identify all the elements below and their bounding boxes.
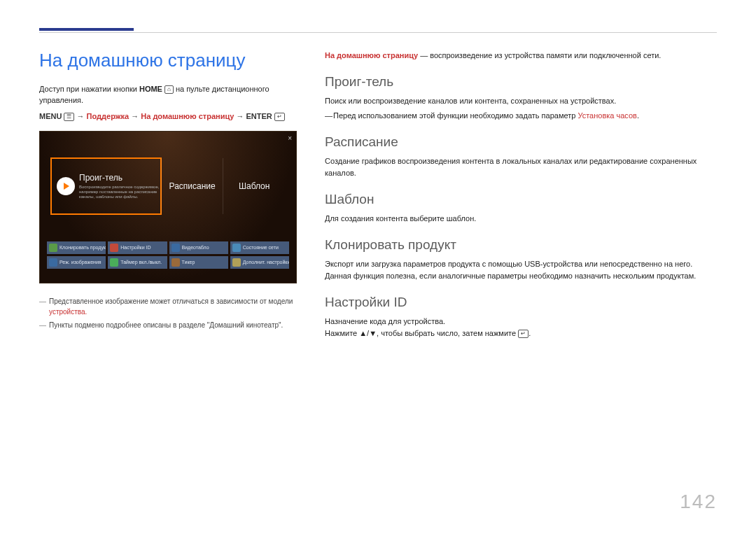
grid-cell: Дополнит. настройки — [230, 256, 289, 269]
access-instruction: Доступ при нажатии кнопки HOME ⌂ на пуль… — [39, 84, 304, 106]
grid-cell: Клонировать продукт — [47, 241, 106, 254]
menu-icon: ☰ — [64, 113, 74, 121]
grid-label: Реж. изображения — [59, 260, 102, 265]
grid-icon — [49, 244, 57, 252]
close-icon: × — [288, 134, 292, 142]
grid-icon — [172, 258, 180, 267]
grid-icon — [172, 244, 180, 252]
section-schedule-title: Расписание — [325, 134, 717, 150]
grid-label: Видеотабло — [182, 245, 209, 250]
tile-template: Шаблон — [223, 158, 285, 214]
grid-icon — [110, 244, 118, 252]
grid-cell: Тикер — [169, 256, 228, 269]
enter-icon: ↵ — [274, 113, 285, 121]
home-icon: ⌂ — [164, 85, 174, 94]
section-idset-body1: Назначение кода для устройства. — [325, 316, 717, 328]
menu-path: MENU ☰ → Поддержка → На домашнюю страниц… — [39, 112, 304, 121]
enter-icon: ↵ — [518, 330, 528, 338]
grid-cell: Настройки ID — [108, 241, 167, 254]
intro-line: На домашнюю страницу — воспроизведение и… — [325, 50, 717, 62]
section-schedule-body: Создание графиков воспроизведения контен… — [325, 155, 717, 179]
footnote-1: Представленное изображение может отличат… — [39, 296, 304, 317]
grid-cell: Состояние сети — [230, 241, 289, 254]
section-player-note: Перед использованием этой функции необхо… — [325, 110, 717, 122]
grid-icon — [49, 258, 57, 267]
section-idset-title: Настройки ID — [325, 295, 717, 310]
home-screen-figure: × Проиг-тель Воспроизводите различное со… — [39, 131, 297, 283]
page-number: 142 — [680, 491, 717, 513]
grid-cell: Видеотабло — [169, 241, 228, 254]
section-template-title: Шаблон — [325, 192, 717, 207]
grid-label: Дополнит. настройки — [243, 260, 289, 265]
grid-cell: Таймер вкл./выкл. — [108, 256, 167, 269]
grid-label: Таймер вкл./выкл. — [120, 260, 162, 265]
section-clone-body: Экспорт или загрузка параметров продукта… — [325, 258, 717, 282]
section-player-title: Проиг-тель — [325, 74, 717, 90]
grid-label: Состояние сети — [243, 245, 279, 250]
grid-icon — [232, 244, 241, 252]
grid-label: Настройки ID — [120, 245, 150, 250]
page-title: На домашнюю страницу — [39, 50, 304, 71]
tile-player: Проиг-тель Воспроизводите различное соде… — [51, 158, 161, 214]
footnote-2: Пункты подменю подробнее описаны в разде… — [39, 320, 304, 330]
section-clone-title: Клонировать продукт — [325, 237, 717, 253]
grid-icon — [110, 258, 118, 267]
section-template-body: Для создания контента выберите шаблон. — [325, 213, 717, 225]
tile-schedule: Расписание — [161, 158, 223, 214]
grid-cell: Реж. изображения — [47, 256, 106, 269]
section-idset-body2: Нажмите ▲/▼, чтобы выбрать число, затем … — [325, 328, 717, 339]
grid-label: Клонировать продукт — [59, 245, 106, 250]
grid-icon — [232, 258, 241, 267]
grid-label: Тикер — [182, 260, 195, 265]
play-icon — [57, 177, 75, 195]
section-player-body: Поиск или воспроизведение каналов или ко… — [325, 95, 717, 107]
